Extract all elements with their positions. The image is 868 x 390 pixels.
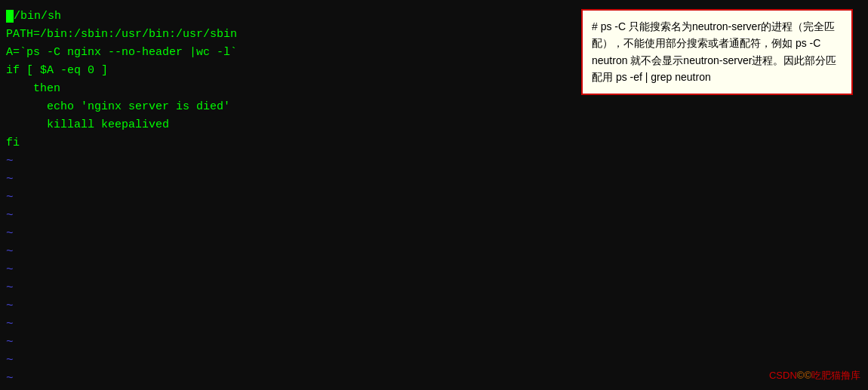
tilde-line-1: ~ (0, 152, 868, 170)
watermark: CSDN©©吃肥猫撸库 (769, 369, 860, 382)
line-a: A=`ps -C nginx --no-header |wc -l` (0, 45, 237, 61)
tilde-line-12: ~ (0, 352, 868, 370)
code-line-7: killall keepalived (0, 116, 868, 134)
cursor (6, 10, 14, 23)
tilde-line-3: ~ (0, 189, 868, 207)
line-fi: fi (0, 135, 20, 152)
tilde-line-5: ~ (0, 225, 868, 243)
tilde-line-2: ~ (0, 170, 868, 189)
shebang-text: /bin/sh (14, 10, 61, 23)
tilde-line-11: ~ (0, 333, 868, 352)
editor-area: /bin/sh PATH=/bin:/sbin:/usr/bin:/usr/sb… (0, 0, 868, 390)
tilde-line-4: ~ (0, 207, 868, 225)
line-killall: killall keepalived (0, 117, 169, 134)
line-echo: echo 'nginx server is died' (0, 99, 230, 115)
comment-tooltip: # ps -C 只能搜索名为neutron-server的进程（完全匹配），不能… (581, 9, 853, 95)
line-if: if [ $A -eq 0 ] (0, 63, 108, 79)
code-line-6: echo 'nginx server is died' (0, 98, 868, 116)
tilde-line-13: ~ (0, 370, 868, 388)
watermark-prefix: CSDN (769, 370, 797, 381)
watermark-highlight: ©© (797, 370, 811, 381)
line-path: PATH=/bin:/sbin:/usr/bin:/usr/sbin (0, 26, 237, 43)
tilde-line-8: ~ (0, 279, 868, 297)
line-then: then (0, 81, 60, 97)
tilde-line-10: ~ (0, 315, 868, 333)
tilde-line-6: ~ (0, 243, 868, 261)
code-line-8: fi (0, 134, 868, 152)
tooltip-text: # ps -C 只能搜索名为neutron-server的进程（完全匹配），不能… (592, 20, 836, 83)
tilde-line-9: ~ (0, 297, 868, 315)
watermark-suffix: 吃肥猫撸库 (811, 370, 860, 381)
tilde-line-7: ~ (0, 261, 868, 279)
shebang-line: /bin/sh (0, 8, 61, 25)
